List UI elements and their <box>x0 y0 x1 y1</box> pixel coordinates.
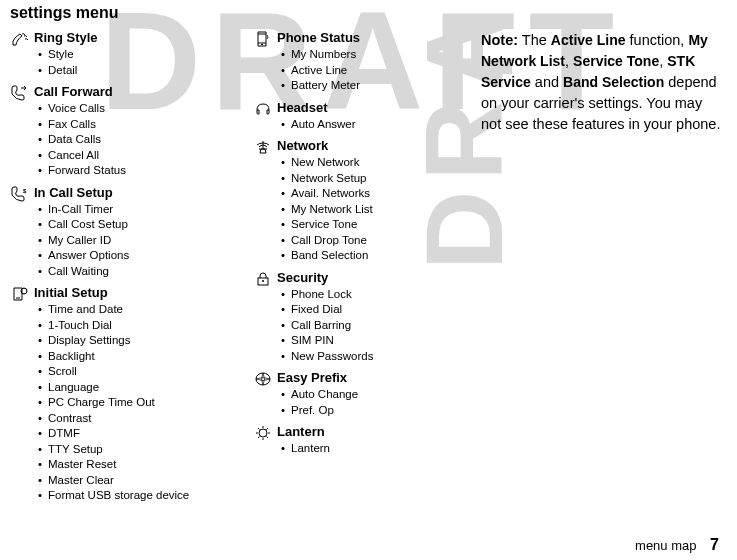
list-item: Master Clear <box>38 473 235 489</box>
list-item: 1-Touch Dial <box>38 318 235 334</box>
section-in-call-setup: $ In Call Setup In-Call Timer Call Cost … <box>10 185 235 280</box>
list-item: Cancel All <box>38 148 235 164</box>
page-footer: menu map 7 <box>635 536 719 554</box>
section-security: Security Phone Lock Fixed Dial Call Barr… <box>253 270 463 365</box>
section-title: Lantern <box>277 424 463 439</box>
list-item: New Network <box>281 155 463 171</box>
list-item: Master Reset <box>38 457 235 473</box>
svg-text:$: $ <box>23 188 27 194</box>
list-item: Time and Date <box>38 302 235 318</box>
page-title: settings menu <box>10 4 727 22</box>
list-item: Answer Options <box>38 248 235 264</box>
list-item: Band Selection <box>281 248 463 264</box>
section-call-forward: Call Forward Voice Calls Fax Calls Data … <box>10 84 235 179</box>
section-easy-prefix: Easy Prefix Auto Change Pref. Op <box>253 370 463 418</box>
note-term: Band Selection <box>563 74 664 90</box>
note-text: Note: The Active Line function, My Netwo… <box>481 30 721 135</box>
column-2: Phone Status My Numbers Active Line Batt… <box>253 30 463 510</box>
note-and: and <box>531 74 563 90</box>
section-title: Easy Prefix <box>277 370 463 385</box>
section-headset: Headset Auto Answer <box>253 100 463 133</box>
note-label: Note: <box>481 32 518 48</box>
ring-style-icon <box>10 31 30 47</box>
list-item: Scroll <box>38 364 235 380</box>
column-3: Note: The Active Line function, My Netwo… <box>481 30 721 510</box>
list-item: DTMF <box>38 426 235 442</box>
easy-prefix-icon <box>253 371 273 387</box>
list-item: My Network List <box>281 202 463 218</box>
note-term: Active Line <box>551 32 626 48</box>
list-item: Lantern <box>281 441 463 457</box>
section-title: Security <box>277 270 463 285</box>
list-item: Active Line <box>281 63 463 79</box>
note-term: Service Tone <box>573 53 659 69</box>
section-lantern: Lantern Lantern <box>253 424 463 457</box>
list-item: Call Drop Tone <box>281 233 463 249</box>
list-item: Backlight <box>38 349 235 365</box>
section-initial-setup: Initial Setup Time and Date 1-Touch Dial… <box>10 285 235 504</box>
list-item: Avail. Networks <box>281 186 463 202</box>
list-item: Data Calls <box>38 132 235 148</box>
section-phone-status: Phone Status My Numbers Active Line Batt… <box>253 30 463 94</box>
initial-setup-icon <box>10 286 30 302</box>
list-item: Service Tone <box>281 217 463 233</box>
list-item: Fax Calls <box>38 117 235 133</box>
list-item: Auto Answer <box>281 117 463 133</box>
list-item: SIM PIN <box>281 333 463 349</box>
list-item: Style <box>38 47 235 63</box>
list-item: Forward Status <box>38 163 235 179</box>
list-item: Detail <box>38 63 235 79</box>
svg-point-3 <box>262 280 264 282</box>
list-item: In-Call Timer <box>38 202 235 218</box>
section-title: Ring Style <box>34 30 235 45</box>
list-item: Language <box>38 380 235 396</box>
section-network: Network New Network Network Setup Avail.… <box>253 138 463 264</box>
section-title: Headset <box>277 100 463 115</box>
section-title: Phone Status <box>277 30 463 45</box>
section-title: Initial Setup <box>34 285 235 300</box>
section-title: In Call Setup <box>34 185 235 200</box>
list-item: PC Charge Time Out <box>38 395 235 411</box>
list-item: Format USB storage device <box>38 488 235 504</box>
note-pre: The <box>518 32 551 48</box>
network-icon <box>253 139 273 155</box>
list-item: New Passwords <box>281 349 463 365</box>
headset-icon <box>253 101 273 117</box>
svg-point-4 <box>256 373 270 385</box>
list-item: My Numbers <box>281 47 463 63</box>
list-item: TTY Setup <box>38 442 235 458</box>
in-call-setup-icon: $ <box>10 186 30 202</box>
list-item: Call Waiting <box>38 264 235 280</box>
section-title: Call Forward <box>34 84 235 99</box>
list-item: Call Cost Setup <box>38 217 235 233</box>
list-item: Phone Lock <box>281 287 463 303</box>
list-item: Call Barring <box>281 318 463 334</box>
list-item: Pref. Op <box>281 403 463 419</box>
list-item: Contrast <box>38 411 235 427</box>
list-item: Network Setup <box>281 171 463 187</box>
list-item: Battery Meter <box>281 78 463 94</box>
svg-point-5 <box>259 429 267 437</box>
phone-status-icon <box>253 31 273 47</box>
list-item: Auto Change <box>281 387 463 403</box>
call-forward-icon <box>10 85 30 101</box>
security-icon <box>253 271 273 287</box>
list-item: Fixed Dial <box>281 302 463 318</box>
note-join: function, <box>626 32 689 48</box>
list-item: My Caller ID <box>38 233 235 249</box>
lantern-icon <box>253 425 273 441</box>
section-ring-style: Ring Style Style Detail <box>10 30 235 78</box>
section-title: Network <box>277 138 463 153</box>
note-sep: , <box>565 53 573 69</box>
page-number: 7 <box>710 536 719 553</box>
list-item: Voice Calls <box>38 101 235 117</box>
column-1: Ring Style Style Detail Call Forward Voi… <box>10 30 235 510</box>
footer-label: menu map <box>635 538 696 553</box>
list-item: Display Settings <box>38 333 235 349</box>
